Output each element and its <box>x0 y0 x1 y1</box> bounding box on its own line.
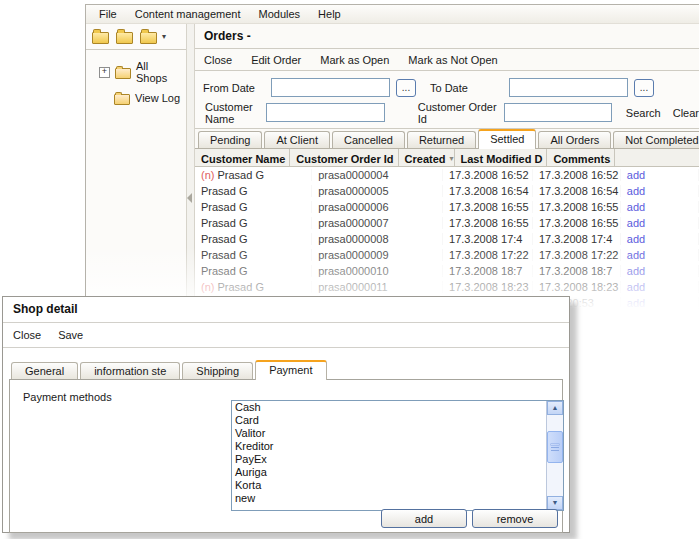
cell-comments: add <box>621 297 699 309</box>
order-action-link[interactable]: Edit Order <box>251 54 301 66</box>
shops-tree: + All Shops View Log <box>86 50 186 116</box>
copy-folder-icon[interactable] <box>116 32 133 44</box>
order-status-tab[interactable]: Cancelled <box>332 131 405 148</box>
open-folder-icon[interactable] <box>140 32 157 44</box>
table-row[interactable]: (n) Prasad G prasa0000004 17.3.2008 16:5… <box>195 167 699 183</box>
payment-methods-items: CashCardValitorKreditorPayExAurigaKortan… <box>232 401 547 510</box>
table-row[interactable]: Prasad G prasa0000010 17.3.2008 18:7 17.… <box>195 263 699 279</box>
table-row[interactable]: Prasad G prasa0000006 17.3.2008 16:55 17… <box>195 199 699 215</box>
order-action-link[interactable]: Mark as Open <box>320 54 389 66</box>
tree-item[interactable]: View Log <box>114 91 182 105</box>
table-row[interactable]: Prasad G prasa0000009 17.3.2008 17:22 17… <box>195 247 699 263</box>
shop-detail-tab[interactable]: Shipping <box>182 362 253 379</box>
new-folder-icon[interactable] <box>92 32 109 44</box>
add-comment-link[interactable]: add <box>627 265 645 277</box>
add-comment-link[interactable]: add <box>627 249 645 261</box>
menu-item[interactable]: Content management <box>126 6 250 22</box>
to-date-picker-button[interactable]: ... <box>634 79 654 97</box>
order-status-tab[interactable]: Pending <box>198 131 262 148</box>
add-comment-link[interactable]: add <box>627 185 645 197</box>
column-header[interactable]: Created ▾ <box>399 149 455 166</box>
cell-customer-name: (n) Prasad G <box>195 281 312 293</box>
add-payment-method-button[interactable]: add <box>381 509 467 528</box>
scroll-down-icon[interactable]: ▼ <box>547 496 563 510</box>
menu-item[interactable]: File <box>90 6 126 22</box>
table-row[interactable]: Prasad G prasa0000007 17.3.2008 16:55 17… <box>195 215 699 231</box>
filter-row-customer: Customer Name Customer Order Id Search C… <box>195 100 699 125</box>
shop-detail-tab[interactable]: information ste <box>80 362 180 379</box>
column-header-label: Comments <box>553 153 610 165</box>
dialog-action-link[interactable]: Save <box>58 329 83 341</box>
sidebar-splitter[interactable] <box>186 24 195 315</box>
payment-method-option[interactable]: Auriga <box>232 466 547 479</box>
cell-comments: add <box>621 249 699 261</box>
order-status-tab[interactable]: Returned <box>407 131 476 148</box>
cell-customer-name: Prasad G <box>195 201 312 213</box>
table-row[interactable]: Prasad G prasa0000008 17.3.2008 17:4 17.… <box>195 231 699 247</box>
tree-item-label: View Log <box>135 92 180 104</box>
collapse-left-icon[interactable] <box>187 193 192 203</box>
column-header[interactable]: Last Modified D <box>455 149 548 166</box>
order-status-tab[interactable]: At Client <box>264 131 330 148</box>
orders-actions-bar: CloseEdit OrderMark as OpenMark as Not O… <box>195 49 699 71</box>
orders-table: Customer Name Customer Order Id Created … <box>195 149 699 315</box>
remove-payment-method-button[interactable]: remove <box>472 509 558 528</box>
shop-detail-tab[interactable]: General <box>11 362 78 379</box>
order-status-tab[interactable]: All Orders <box>538 131 611 148</box>
scrollbar-thumb[interactable] <box>547 431 563 463</box>
dropdown-arrow-icon[interactable]: ▾ <box>162 32 166 41</box>
add-comment-link[interactable]: add <box>627 217 645 229</box>
shop-detail-dialog: Shop detail CloseSave Generalinformation… <box>2 296 570 533</box>
payment-method-option[interactable]: PayEx <box>232 453 547 466</box>
customer-name-input[interactable] <box>266 103 385 122</box>
payment-method-option[interactable]: Korta <box>232 479 547 492</box>
order-status-tab[interactable]: Not Completed <box>613 131 699 148</box>
menu-item[interactable]: Help <box>309 6 350 22</box>
clear-button[interactable]: Clear <box>673 107 699 119</box>
from-date-input[interactable] <box>271 78 390 97</box>
payment-method-option[interactable]: Kreditor <box>232 440 547 453</box>
window-body: ▾ + All Shops View Log Orders - Close <box>86 24 699 315</box>
column-header[interactable]: Customer Name <box>195 149 290 166</box>
add-comment-link[interactable]: add <box>627 169 645 181</box>
search-button[interactable]: Search <box>626 107 661 119</box>
payment-method-option[interactable]: Cash <box>232 401 547 414</box>
add-comment-link[interactable]: add <box>627 281 645 293</box>
cell-customer-order-id: prasa0000006 <box>312 201 443 213</box>
order-action-link[interactable]: Mark as Not Open <box>408 54 497 66</box>
customer-order-id-input[interactable] <box>504 103 612 122</box>
new-flag: (n) <box>201 169 218 181</box>
column-header[interactable]: Customer Order Id <box>290 149 398 166</box>
payment-methods-listbox[interactable]: CashCardValitorKreditorPayExAurigaKortan… <box>231 400 564 511</box>
listbox-scrollbar[interactable]: ▲ ▼ <box>546 401 563 510</box>
column-header-label: Created <box>405 153 446 165</box>
order-status-tab[interactable]: Settled <box>478 129 536 149</box>
tree-expander-icon[interactable]: + <box>99 67 110 78</box>
cell-last-modified: 17.3.2008 16:52 <box>533 169 621 181</box>
add-comment-link[interactable]: add <box>627 201 645 213</box>
menu-item[interactable]: Modules <box>250 6 310 22</box>
dialog-action-link[interactable]: Close <box>13 329 41 341</box>
cell-comments: add <box>621 217 699 229</box>
tree-item-label: All Shops <box>136 60 182 84</box>
column-header[interactable]: Comments <box>547 149 615 166</box>
table-row[interactable]: (n) Prasad G prasa0000011 17.3.2008 18:2… <box>195 279 699 295</box>
cell-last-modified: 17.3.2008 16:55 <box>533 217 621 229</box>
payment-method-option[interactable]: Card <box>232 414 547 427</box>
table-row[interactable]: Prasad G prasa0000005 17.3.2008 16:54 17… <box>195 183 699 199</box>
orders-filter-panel: From Date ... To Date ... Customer Name … <box>195 71 699 129</box>
cell-last-modified: 17.3.2008 18:7 <box>533 265 621 277</box>
payment-method-option[interactable]: Valitor <box>232 427 547 440</box>
add-comment-link[interactable]: add <box>627 297 645 309</box>
order-action-link[interactable]: Close <box>204 54 232 66</box>
customer-order-id-label: Customer Order Id <box>418 101 499 125</box>
to-date-input[interactable] <box>509 78 628 97</box>
shop-detail-tab[interactable]: Payment <box>255 360 326 380</box>
tree-item[interactable]: + All Shops <box>99 60 182 84</box>
payment-method-option[interactable]: new <box>232 492 547 505</box>
orders-page-title: Orders - <box>195 24 699 49</box>
from-date-picker-button[interactable]: ... <box>396 79 416 97</box>
add-comment-link[interactable]: add <box>627 233 645 245</box>
scroll-up-icon[interactable]: ▲ <box>547 401 563 415</box>
cell-created: 17.3.2008 17:22 <box>443 249 533 261</box>
